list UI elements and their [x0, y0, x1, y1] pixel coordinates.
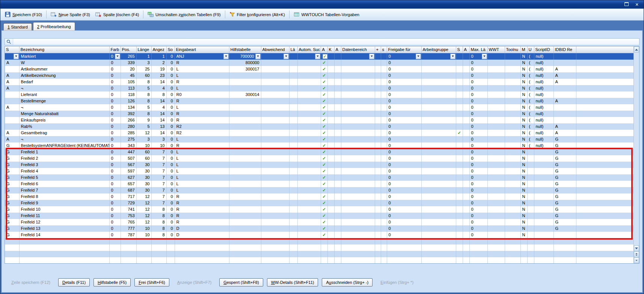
- cell-datenbereich[interactable]: [341, 79, 375, 85]
- cell-so[interactable]: 0: [166, 225, 175, 232]
- column-header-wwt[interactable]: WWT: [487, 46, 505, 53]
- cell-a3[interactable]: [463, 187, 469, 194]
- cell-freigabe[interactable]: 0: [387, 123, 421, 130]
- cell-lae[interactable]: [289, 130, 297, 136]
- cell-m[interactable]: N: [520, 155, 527, 162]
- cell-m[interactable]: N: [520, 79, 527, 85]
- cell-arbeitsgruppe[interactable]: [421, 104, 456, 111]
- cell-abweichend[interactable]: [261, 142, 289, 149]
- cell-pos[interactable]: 20: [121, 66, 136, 72]
- free-button[interactable]: Frei (Shift+F6): [134, 278, 169, 286]
- cell-k[interactable]: [327, 155, 334, 162]
- cell-a2[interactable]: [334, 66, 341, 72]
- cell-s[interactable]: G: [5, 206, 19, 213]
- cell-abweichend[interactable]: [261, 123, 289, 130]
- cell-datenbereich[interactable]: [341, 194, 375, 200]
- cell-m[interactable]: N: [520, 232, 527, 238]
- cell-m[interactable]: N: [520, 136, 527, 142]
- cell-scriptid[interactable]: null): [534, 104, 554, 111]
- cell-u[interactable]: [527, 194, 534, 200]
- table-row[interactable]: GFreifeld 205076070L✓00NG: [5, 155, 635, 162]
- cell-max_lae[interactable]: 0: [469, 123, 487, 130]
- cell-pos[interactable]: 339: [121, 60, 136, 66]
- cell-plus[interactable]: [375, 111, 381, 117]
- cell-angez[interactable]: 8: [151, 232, 166, 238]
- cell-wwt[interactable]: [487, 104, 505, 111]
- cell-a3[interactable]: [463, 225, 469, 232]
- cell-pos[interactable]: 392: [121, 111, 136, 117]
- cell-a3[interactable]: [463, 72, 469, 79]
- cell-name[interactable]: Markiert: [19, 53, 109, 60]
- table-row[interactable]: GFreifeld 606573070L✓00NG: [5, 181, 635, 187]
- cell-autosuche[interactable]: [297, 174, 321, 181]
- cell-plus[interactable]: [375, 194, 381, 200]
- locked-button[interactable]: Gesperrt (Shift+F8): [219, 278, 263, 286]
- cell-check1[interactable]: ✓: [321, 117, 327, 123]
- cell-toolnu[interactable]: [505, 111, 520, 117]
- cell-check2[interactable]: [456, 92, 463, 98]
- column-header-scriptid[interactable]: ScriptID: [534, 46, 554, 53]
- table-row[interactable]: ABedarf01058140R✓00N(null)A: [5, 79, 635, 85]
- cell-hilfstabelle[interactable]: [229, 142, 261, 149]
- cell-plus[interactable]: [375, 123, 381, 130]
- cell-so[interactable]: 0: [166, 136, 175, 142]
- cell-so[interactable]: 0: [166, 194, 175, 200]
- cell-idbid[interactable]: G: [554, 187, 576, 194]
- cell-lae[interactable]: [289, 194, 297, 200]
- cell-abweichend[interactable]: [261, 92, 289, 98]
- cell-max_lae[interactable]: 0: [469, 111, 487, 117]
- cell-name[interactable]: ¬: [19, 136, 109, 142]
- cell-eingabeart[interactable]: L: [175, 104, 229, 111]
- cell-idbid[interactable]: [554, 53, 576, 60]
- cell-check1[interactable]: ✓: [321, 187, 327, 194]
- cell-name[interactable]: Freifeld 5: [19, 174, 109, 181]
- cell-k[interactable]: [327, 130, 334, 136]
- cell-hilfstabelle[interactable]: [229, 98, 261, 104]
- cell-idbid[interactable]: A: [554, 66, 576, 72]
- cell-idbid[interactable]: G: [554, 194, 576, 200]
- maximize-button[interactable]: [623, 2, 629, 8]
- cell-toolnu[interactable]: [505, 130, 520, 136]
- cell-laenge[interactable]: 8: [136, 98, 151, 104]
- cell-abweichend[interactable]: [261, 213, 289, 219]
- cell-angez[interactable]: 13: [151, 123, 166, 130]
- cell-plus[interactable]: [375, 104, 381, 111]
- cell-lae[interactable]: [289, 72, 297, 79]
- column-header-lae[interactable]: Lä: [289, 46, 297, 53]
- cell-name[interactable]: ¬: [19, 85, 109, 92]
- cell-farb[interactable]: 0: [109, 232, 121, 238]
- cell-so[interactable]: 0: [166, 168, 175, 174]
- cell-wwt[interactable]: [487, 181, 505, 187]
- cell-toolnu[interactable]: [505, 219, 520, 225]
- cell-angez[interactable]: 7: [151, 181, 166, 187]
- cell-abweichend[interactable]: [261, 66, 289, 72]
- cell-arbeitsgruppe[interactable]: [421, 206, 456, 213]
- cell-lae[interactable]: [289, 232, 297, 238]
- cell-eingabeart[interactable]: R: [175, 117, 229, 123]
- cell-max_lae[interactable]: 0: [469, 104, 487, 111]
- cell-wwt[interactable]: [487, 79, 505, 85]
- cell-u[interactable]: (: [527, 130, 534, 136]
- cell-laenge[interactable]: 30: [136, 181, 151, 187]
- cell-pos[interactable]: 113: [121, 85, 136, 92]
- cell-m[interactable]: N: [520, 168, 527, 174]
- cell-arbeitsgruppe[interactable]: [421, 117, 456, 123]
- cell-idbid[interactable]: [554, 111, 576, 117]
- cell-hilfstabelle[interactable]: [229, 111, 261, 117]
- cell-check2[interactable]: [456, 66, 463, 72]
- cell-autosuche[interactable]: [297, 162, 321, 168]
- cell-freigabe[interactable]: 0: [387, 53, 421, 60]
- cell-so[interactable]: 0: [166, 162, 175, 168]
- cell-arbeitsgruppe[interactable]: [421, 136, 456, 142]
- cell-scriptid[interactable]: [534, 206, 554, 213]
- cell-k[interactable]: [327, 225, 334, 232]
- cell-arbeitsgruppe[interactable]: [421, 225, 456, 232]
- cell-abweichend[interactable]: [261, 53, 289, 60]
- cell-check2[interactable]: [456, 232, 463, 238]
- cell-datenbereich[interactable]: [341, 142, 375, 149]
- cell-farb[interactable]: 0: [109, 104, 121, 111]
- cell-plus[interactable]: [375, 79, 381, 85]
- cell-a3[interactable]: [463, 98, 469, 104]
- column-header-k[interactable]: K: [327, 46, 334, 53]
- cell-a3[interactable]: [463, 168, 469, 174]
